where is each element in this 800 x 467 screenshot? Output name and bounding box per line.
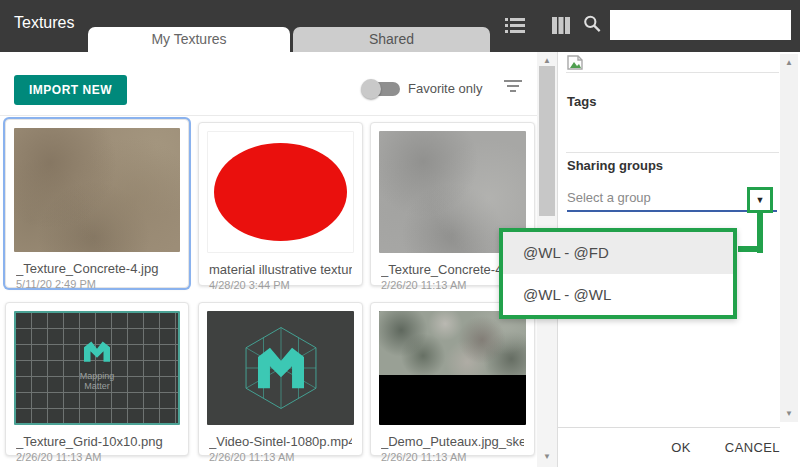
import-new-button[interactable]: IMPORT NEW	[14, 75, 127, 105]
scroll-up-icon[interactable]: ▲	[780, 58, 798, 67]
ok-button[interactable]: OK	[671, 440, 691, 455]
texture-thumbnail-grid: Mapping Matter	[14, 311, 180, 425]
page-title: Textures	[14, 14, 74, 32]
texture-card[interactable]: Mapping Matter _Texture_Grid-10x10.png 2…	[5, 302, 189, 456]
group-option[interactable]: @WL - @WL	[503, 274, 733, 316]
group-option[interactable]: @WL - @FD	[503, 232, 733, 274]
texture-date: 2/26/20 11:13 AM	[381, 451, 524, 463]
texture-date: 2/26/20 11:13 AM	[16, 451, 178, 463]
texture-filename: _Demo_Puteaux.jpg_sket...	[381, 434, 524, 449]
panel-scrollbar[interactable]: ▲ ▼	[780, 54, 798, 422]
grid-view-icon[interactable]	[552, 17, 570, 34]
textures-window: Textures My Textures Shared IMPORT NEW F…	[0, 0, 800, 467]
tab-shared[interactable]: Shared	[293, 27, 490, 52]
scroll-up-icon[interactable]: ▲	[537, 56, 557, 65]
watermark-line: Matter	[16, 381, 178, 391]
search-icon	[582, 15, 602, 32]
scroll-down-icon[interactable]: ▼	[537, 452, 557, 461]
broken-image-icon	[567, 55, 583, 70]
aerial-photo-region	[379, 311, 526, 375]
group-select-underline	[567, 210, 777, 212]
group-select-arrow-icon[interactable]: ▼	[747, 187, 773, 213]
top-bar: Textures My Textures Shared	[0, 0, 800, 52]
texture-filename: _Texture_Grid-10x10.png	[16, 434, 178, 449]
panel-divider	[566, 72, 779, 73]
texture-filename: _Texture_Concrete-4.jpg	[16, 261, 178, 276]
texture-card[interactable]: _Demo_Puteaux.jpg_sket... 2/26/20 11:13 …	[370, 302, 535, 456]
group-select-placeholder[interactable]: Select a group	[567, 190, 651, 205]
texture-card[interactable]: material illustrative textur... 4/28/20 …	[198, 122, 363, 286]
tab-my-textures[interactable]: My Textures	[88, 27, 290, 52]
sharing-groups-header: Sharing groups	[567, 158, 663, 173]
search-input[interactable]	[610, 10, 791, 40]
watermark-line: Mapping	[16, 371, 178, 381]
texture-thumbnail-red-ellipse	[207, 131, 354, 253]
cancel-button[interactable]: CANCEL	[725, 440, 780, 455]
panel-divider	[558, 427, 780, 428]
panel-divider	[566, 152, 779, 153]
tags-header: Tags	[567, 94, 596, 109]
red-ellipse-shape	[214, 143, 347, 241]
texture-thumbnail-iso-cube	[207, 311, 354, 425]
texture-thumbnail-aerial	[379, 311, 526, 425]
list-view-icon[interactable]	[505, 17, 525, 34]
texture-date: 4/28/20 3:44 PM	[209, 279, 352, 291]
scrollbar-thumb[interactable]	[539, 66, 555, 216]
mapping-matter-logo: Mapping Matter	[16, 339, 178, 391]
iso-cube-logo	[235, 322, 327, 414]
group-dropdown-list: @WL - @FD @WL - @WL	[499, 228, 737, 319]
texture-date: 2/26/20 11:13 AM	[209, 451, 352, 463]
texture-thumbnail-concrete-tan	[14, 128, 180, 252]
filter-icon[interactable]	[504, 80, 522, 94]
toolbar-divider	[0, 115, 537, 116]
favorite-only-label: Favorite only	[408, 81, 482, 96]
texture-filename: material illustrative textur...	[209, 262, 352, 277]
texture-date: 5/11/20 2:49 PM	[16, 278, 178, 290]
texture-card[interactable]: _Video-Sintel-1080p.mp4 2/26/20 11:13 AM	[198, 302, 363, 456]
texture-filename: _Video-Sintel-1080p.mp4	[209, 434, 352, 449]
highlight-connector	[738, 246, 763, 252]
texture-card[interactable]: _Texture_Concrete-4.jpg 5/11/20 2:49 PM	[5, 119, 189, 288]
scroll-down-icon[interactable]: ▼	[780, 409, 798, 418]
favorite-only-toggle[interactable]	[364, 82, 400, 96]
